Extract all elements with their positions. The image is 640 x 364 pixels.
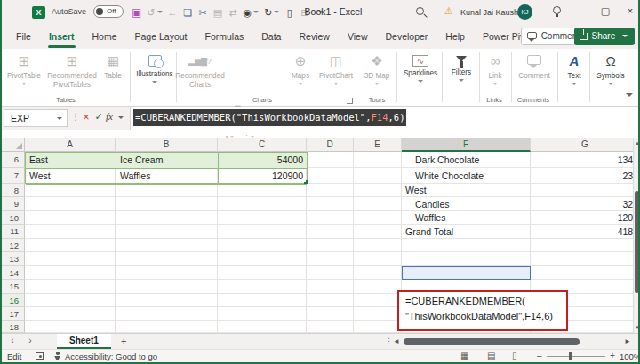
pie-chart-icon[interactable]: ◔	[224, 131, 244, 144]
translate-icon[interactable]: ⇄	[228, 7, 238, 19]
tab-insert[interactable]: Insert	[40, 25, 84, 49]
pivot-label[interactable]: Dark Chocolate	[402, 152, 531, 168]
tab-review[interactable]: Review	[290, 25, 338, 49]
cell-b6[interactable]: Ice Cream	[116, 153, 219, 168]
tab-developer[interactable]: Developer	[376, 25, 436, 49]
name-box[interactable]: EXP	[4, 109, 68, 127]
zoom-level[interactable]: 100%	[620, 352, 640, 361]
close-button[interactable]: ×	[624, 5, 636, 16]
cell-a6[interactable]: East	[26, 153, 116, 168]
text-button[interactable]: A Text	[560, 51, 588, 98]
touch-mode-icon[interactable]: ◉	[244, 7, 260, 19]
pivotchart-button[interactable]: ◫ PivotChart	[316, 51, 356, 98]
scrollbar-divider-icon[interactable]: ⋮	[385, 336, 393, 345]
table-button[interactable]: ▦ Table	[98, 51, 128, 98]
cell-c7[interactable]: 120900	[219, 169, 307, 184]
search-icon[interactable]	[416, 7, 424, 15]
normal-view-icon[interactable]: ▦	[460, 351, 468, 360]
paste-picture-icon[interactable]: ▤	[213, 7, 223, 19]
column-header-a[interactable]: A	[25, 138, 116, 152]
excel-logo-icon[interactable]: X	[32, 6, 45, 19]
add-sheet-button[interactable]: +	[121, 336, 126, 346]
warning-icon[interactable]: ⚠	[444, 5, 453, 17]
row-header-10[interactable]: 10	[0, 211, 25, 225]
recommended-charts-button[interactable]: ▂▅▇? Recommended Charts	[178, 51, 222, 98]
maps-button[interactable]: ⊕ Maps	[284, 51, 316, 98]
save-icon[interactable]: ▣	[132, 6, 141, 19]
pivottable-button[interactable]: ⊞ PivotTable	[4, 51, 44, 98]
pivot-label[interactable]: Waffles	[402, 211, 531, 225]
3d-map-button[interactable]: ❖ 3D Map	[359, 51, 395, 98]
tab-file[interactable]: File	[7, 25, 40, 49]
column-header-e[interactable]: E	[354, 138, 402, 152]
row-header-11[interactable]: 11	[0, 225, 25, 239]
pivot-value[interactable]	[531, 184, 638, 197]
row-header-12[interactable]: 12	[0, 239, 25, 252]
illustrations-button[interactable]: Illustrations	[133, 51, 176, 98]
zoom-out-button[interactable]: –	[537, 351, 542, 360]
row-header-16[interactable]: 16	[0, 294, 25, 307]
column-header-b[interactable]: B	[116, 138, 218, 152]
tab-home[interactable]: Home	[84, 25, 126, 49]
scroll-left-icon[interactable]: ◄	[393, 337, 400, 345]
macro-record-icon[interactable]	[36, 352, 44, 360]
cell-c6[interactable]: 54000	[219, 153, 307, 168]
sheet-tab-sheet1[interactable]: Sheet1	[57, 334, 111, 349]
pivot-value[interactable]: 4187	[531, 225, 638, 239]
row-header-17[interactable]: 17	[0, 307, 25, 321]
autosave-toggle[interactable]: Off	[93, 5, 124, 18]
horizontal-scrollbar-thumb[interactable]	[404, 338, 580, 345]
tab-help[interactable]: Help	[436, 25, 474, 49]
charts-dialog-launcher-icon[interactable]	[347, 98, 353, 104]
pivot-value[interactable]: 1209	[531, 211, 638, 225]
maximize-button[interactable]: ▢	[599, 5, 612, 17]
pivot-value[interactable]: 1344	[531, 152, 638, 168]
row-header-14[interactable]: 14	[0, 266, 25, 280]
copy-icon[interactable]: ❏	[183, 7, 193, 19]
pivot-label[interactable]: West	[402, 184, 531, 197]
column-header-d[interactable]: D	[307, 138, 354, 152]
collapse-ribbon-icon[interactable]	[626, 93, 633, 97]
link-button[interactable]: ∞ Link	[482, 51, 508, 98]
formula-input[interactable]: =CUBERANKEDMEMBER("ThisWorkbookDataModel…	[130, 107, 640, 130]
row-header-9[interactable]: 9	[0, 197, 25, 211]
pivot-value[interactable]: 324	[531, 197, 638, 211]
cut-icon[interactable]: ✂	[198, 7, 208, 19]
pivot-label[interactable]: Candies	[402, 197, 531, 211]
zoom-in-button[interactable]: +	[610, 351, 615, 360]
data-table[interactable]: East Ice Cream 54000 West Waffles 120900	[25, 152, 308, 184]
row-header-6[interactable]: 6	[0, 152, 25, 168]
pivot-value[interactable]: 230	[531, 168, 638, 184]
cancel-icon[interactable]: ×	[80, 111, 92, 123]
filters-button[interactable]: Filters	[444, 51, 478, 98]
select-all-corner[interactable]	[0, 138, 25, 152]
pivot-label[interactable]: White Chocolate	[402, 168, 531, 184]
tab-formulas[interactable]: Formulas	[196, 25, 253, 49]
worksheet-grid[interactable]: A B C D E F G 6 7 8 9 10 11 12 13 14 15 …	[0, 138, 640, 333]
row-header-7[interactable]: 7	[0, 168, 25, 184]
prev-sheet-icon[interactable]: ‹	[7, 336, 18, 345]
tab-page-layout[interactable]: Page Layout	[126, 25, 196, 49]
pivot-label[interactable]: Grand Total	[402, 225, 531, 239]
zoom-slider-handle[interactable]	[569, 352, 572, 360]
cell-b7[interactable]: Waffles	[116, 169, 219, 184]
undo-icon[interactable]: ↺	[147, 7, 162, 19]
row-header-15[interactable]: 15	[0, 280, 25, 294]
sparklines-button[interactable]: ∿ Sparklines	[400, 51, 441, 98]
insert-function-icon[interactable]: fx	[106, 111, 113, 122]
tab-data[interactable]: Data	[252, 25, 290, 49]
column-header-f[interactable]: F	[402, 138, 531, 152]
symbols-button[interactable]: Ω Symbols	[592, 51, 629, 98]
back-icon[interactable]: ←	[168, 7, 178, 18]
avatar[interactable]: KJ	[517, 4, 532, 20]
column-header-g[interactable]: G	[531, 138, 640, 152]
page-break-view-icon[interactable]: ▯	[512, 351, 517, 360]
cell-edit-formula-line2[interactable]: "ThisWorkbookDataModel",F14,6)	[405, 311, 553, 321]
accessibility-status[interactable]: Accessibility: Good to go	[65, 352, 157, 361]
row-header-8[interactable]: 8	[0, 184, 25, 197]
page-layout-view-icon[interactable]: ▤	[487, 351, 495, 360]
recommended-pivottables-button[interactable]: ⊞ Recommended PivotTables	[46, 51, 98, 98]
row-header-18[interactable]: 18	[0, 321, 25, 333]
enter-icon[interactable]: ✓	[92, 111, 105, 123]
zoom-slider[interactable]	[547, 356, 605, 357]
